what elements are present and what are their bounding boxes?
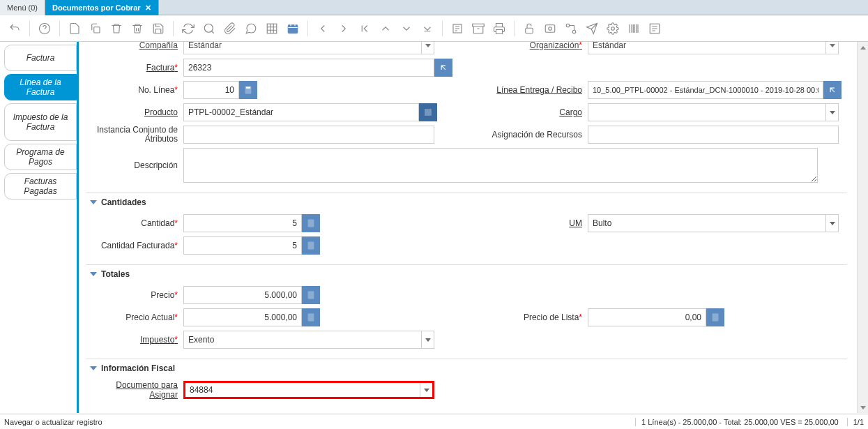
report-icon[interactable] — [450, 21, 465, 36]
search-icon[interactable] — [201, 21, 217, 36]
precio-calc-button[interactable] — [302, 286, 320, 304]
um-combo[interactable]: Bulto — [588, 214, 839, 232]
form-icon[interactable] — [647, 21, 662, 36]
precio-actual-input[interactable] — [183, 308, 302, 326]
delete2-icon[interactable] — [130, 21, 145, 36]
sidebar-item-impuesto[interactable]: Impuesto de la Factura — [4, 103, 77, 141]
label-precio-actual: Precio Actual* — [86, 313, 183, 322]
svg-rect-3 — [267, 24, 277, 33]
precio-lista-calc-button[interactable] — [706, 308, 724, 326]
cargo-combo[interactable] — [588, 103, 839, 121]
down-icon[interactable] — [399, 21, 414, 36]
factura-input[interactable] — [183, 59, 434, 77]
precio-input[interactable] — [183, 286, 302, 304]
impuesto-combo[interactable]: Exento — [183, 331, 434, 349]
first-icon[interactable] — [357, 21, 372, 36]
producto-input[interactable] — [183, 103, 419, 121]
label-compania: Compañía — [86, 42, 183, 50]
svg-point-10 — [572, 30, 576, 33]
workflow-icon[interactable] — [563, 21, 579, 36]
label-precio: Precio* — [86, 290, 183, 300]
sidebar-item-pagadas[interactable]: Facturas Pagadas — [4, 173, 77, 200]
descripcion-textarea[interactable] — [183, 148, 818, 183]
chevron-down-icon[interactable] — [825, 215, 838, 232]
svg-point-9 — [566, 24, 570, 27]
label-doc-asignar: Documento para Asignar — [86, 380, 183, 400]
no-linea-calc-button[interactable] — [239, 81, 257, 99]
factura-goto-button[interactable] — [434, 59, 452, 77]
label-producto: Producto — [86, 107, 183, 117]
chevron-down-icon[interactable] — [825, 104, 838, 121]
sidebar-label: Impuesto de la Factura — [9, 112, 72, 133]
form-area: Compañía Estándar Organización* Estándar — [77, 42, 868, 413]
scroll-up-icon[interactable] — [858, 42, 868, 53]
svg-rect-20 — [713, 314, 718, 322]
linea-entrega-goto-button[interactable] — [823, 81, 842, 99]
label-factura: Factura* — [86, 63, 183, 73]
chevron-down-icon[interactable] — [421, 42, 434, 54]
linea-entrega-input[interactable] — [588, 81, 823, 99]
new-icon[interactable] — [67, 21, 82, 36]
chat-icon[interactable] — [243, 21, 259, 36]
cantidad-fact-calc-button[interactable] — [302, 236, 320, 255]
organizacion-combo[interactable]: Estándar — [588, 42, 839, 54]
section-cantidades[interactable]: Cantidades — [86, 193, 847, 207]
sidebar-item-linea[interactable]: Línea de la Factura — [4, 74, 77, 100]
barcode-icon[interactable] — [626, 21, 641, 36]
prev-icon[interactable] — [315, 21, 330, 36]
section-title: Información Fiscal — [101, 363, 175, 373]
svg-rect-1 — [94, 27, 100, 32]
up-icon[interactable] — [378, 21, 393, 36]
next-icon[interactable] — [336, 21, 351, 36]
precio-lista-input[interactable] — [588, 308, 706, 326]
chevron-down-icon[interactable] — [420, 383, 432, 397]
help-icon[interactable] — [37, 21, 52, 36]
copy-icon[interactable] — [88, 21, 103, 36]
delete-icon[interactable] — [109, 21, 124, 36]
settings-icon[interactable] — [605, 21, 620, 36]
grid-icon[interactable] — [264, 21, 280, 36]
section-totales[interactable]: Totales — [86, 264, 847, 279]
compania-combo[interactable]: Estándar — [183, 42, 434, 54]
refresh-icon[interactable] — [181, 21, 196, 36]
scroll-down-icon[interactable] — [858, 402, 868, 413]
attachment-icon[interactable] — [222, 21, 238, 36]
cantidad-fact-input[interactable] — [183, 236, 302, 255]
label-descripcion: Descripción — [86, 160, 183, 170]
label-organizacion: Organización* — [462, 42, 588, 50]
section-fiscal[interactable]: Información Fiscal — [86, 359, 847, 373]
no-linea-input[interactable] — [183, 81, 239, 99]
label-cantidad: Cantidad* — [86, 218, 183, 228]
zoom-icon[interactable] — [542, 21, 558, 36]
label-um: UM — [462, 218, 588, 228]
asignacion-input[interactable] — [588, 126, 839, 144]
instancia-input[interactable] — [183, 126, 434, 144]
lock-icon[interactable] — [521, 21, 537, 36]
precio-actual-calc-button[interactable] — [302, 308, 320, 326]
cantidad-calc-button[interactable] — [302, 214, 320, 232]
send-icon[interactable] — [584, 21, 600, 36]
svg-point-11 — [611, 27, 615, 30]
save-icon[interactable] — [151, 21, 166, 36]
tab-documentos[interactable]: Documentos por Cobrar ✕ — [45, 0, 159, 15]
cantidad-input[interactable] — [183, 214, 302, 232]
doc-asignar-combo[interactable]: 84884 — [183, 381, 434, 399]
tab-documentos-label: Documentos por Cobrar — [52, 3, 141, 12]
section-title: Cantidades — [101, 197, 146, 207]
svg-rect-16 — [308, 220, 314, 227]
chevron-down-icon[interactable] — [421, 331, 434, 348]
print-icon[interactable] — [492, 21, 507, 36]
sidebar-item-programa[interactable]: Programa de Pagos — [4, 144, 77, 170]
doc-asignar-value: 84884 — [190, 385, 213, 395]
chevron-down-icon[interactable] — [825, 42, 838, 54]
sidebar-item-factura[interactable]: Factura — [4, 45, 77, 71]
tab-menu[interactable]: Menú (0) — [0, 0, 45, 15]
producto-lookup-button[interactable] — [419, 103, 437, 121]
svg-point-8 — [549, 27, 552, 30]
archive-icon[interactable] — [471, 21, 486, 36]
undo-icon[interactable] — [7, 21, 22, 36]
calendar-icon[interactable] — [285, 21, 300, 36]
last-icon[interactable] — [420, 21, 435, 36]
close-icon[interactable]: ✕ — [145, 3, 151, 13]
scrollbar[interactable] — [857, 42, 868, 413]
